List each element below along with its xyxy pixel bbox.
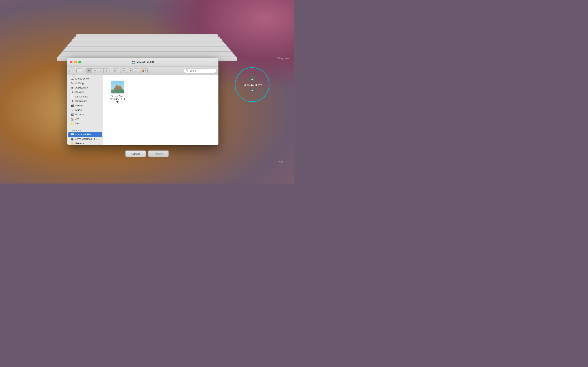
- timeline-now: Now: [279, 161, 289, 163]
- back-button[interactable]: ‹: [69, 68, 75, 73]
- documents-icon: 📄: [71, 95, 74, 98]
- sidebar-item-macintosh-hd[interactable]: Macintosh HD: [68, 132, 102, 137]
- music-icon: ♪: [71, 108, 74, 112]
- time-up-button[interactable]: ▲: [249, 76, 255, 82]
- laptop-icon: 💻: [71, 137, 74, 141]
- coverflow-view-button[interactable]: ⊠: [104, 68, 109, 73]
- sidebar-item-jeffs-macbook[interactable]: 💻 Jeff's MacBook Pr...: [68, 137, 102, 141]
- icon-view-icon: ⊞: [88, 69, 90, 72]
- svg-rect-7: [111, 91, 124, 93]
- list-view-icon: ☰: [94, 69, 96, 72]
- sidebar-label: Macintosh HD: [75, 133, 91, 136]
- sidebar-label: Movies: [75, 104, 83, 107]
- chevron-down-icon: ▼: [251, 89, 254, 92]
- sidebar-item-external[interactable]: 📀 External: [68, 141, 102, 145]
- view-buttons: ⊞ ☰ ⊟ ⊠: [86, 68, 109, 73]
- column-view-button[interactable]: ⊟: [98, 68, 104, 73]
- minimize-button[interactable]: [74, 61, 77, 63]
- svg-rect-3: [71, 133, 74, 134]
- coverflow-view-icon: ⊠: [105, 69, 107, 72]
- chevron-up-icon: ▲: [251, 77, 254, 81]
- home-icon: 🏠: [71, 117, 74, 121]
- airdrop-icon: [71, 82, 74, 85]
- search-input[interactable]: [190, 69, 215, 72]
- sidebar-item-music[interactable]: ♪ Music: [68, 108, 102, 112]
- time-circle: ▲ Today, 12:46 PM ▼: [235, 67, 269, 102]
- file-name: Screen Shot 2015-06-...7.11 PM: [109, 95, 126, 104]
- sidebar-item-airdrop[interactable]: AirDrop: [68, 81, 102, 85]
- dropbox-icon: 📦: [142, 69, 145, 72]
- toolbar: ‹ › ⊞ ☰ ⊟ ⊠ ⊞ ▾ ⚙ ▾: [67, 67, 218, 75]
- sidebar-label: AirDrop: [75, 82, 84, 85]
- share-button[interactable]: ⬆: [128, 68, 133, 73]
- sidebar-label: External: [75, 142, 84, 145]
- forward-button[interactable]: ›: [76, 68, 82, 73]
- time-down-button[interactable]: ▼: [249, 88, 255, 93]
- svg-rect-2: [71, 134, 74, 135]
- edit-tags-button[interactable]: ⛓: [134, 68, 139, 73]
- sidebar-label: Music: [75, 109, 82, 111]
- external-drive-icon: 📀: [71, 142, 74, 145]
- sidebar-label: Applications: [75, 86, 89, 89]
- sidebar: ☁ iCloud Drive AirDrop: [67, 75, 103, 145]
- sidebar-label: Desktop: [75, 91, 84, 94]
- icon-view-button[interactable]: ⊞: [86, 68, 92, 73]
- action-menu-button[interactable]: ⚙ ▾: [120, 68, 127, 73]
- sidebar-item-movies[interactable]: 🎬 Movies: [68, 103, 102, 108]
- file-item[interactable]: Screen Shot 2015-06-...7.11 PM: [107, 79, 128, 105]
- pictures-icon: 🖼: [71, 113, 74, 116]
- sidebar-item-pictures[interactable]: 🖼 Pictures: [68, 112, 102, 117]
- hard-drive-icon: [71, 133, 74, 136]
- dialog-buttons: Cancel Restore: [125, 150, 169, 157]
- applications-icon: [71, 86, 74, 89]
- hd-icon: 💾: [132, 60, 135, 64]
- sidebar-label: Downloads: [75, 100, 87, 103]
- cancel-button[interactable]: Cancel: [125, 150, 146, 157]
- link-icon: ⛓: [135, 69, 138, 72]
- timeline-today: Today: [277, 57, 289, 59]
- sidebar-label: Itios: [75, 122, 80, 125]
- sidebar-item-applications[interactable]: Applications: [68, 85, 102, 90]
- sidebar-item-icloud-drive[interactable]: ☁ iCloud Drive: [68, 76, 102, 81]
- sidebar-label: Jeff: [75, 118, 79, 120]
- view-options-button[interactable]: ⊞ ▾: [113, 68, 119, 73]
- timeline-tick: [285, 58, 289, 58]
- list-view-button[interactable]: ☰: [92, 68, 98, 73]
- sidebar-label: Pictures: [75, 113, 84, 116]
- restore-button[interactable]: Restore: [148, 150, 169, 157]
- sidebar-label: Documents: [75, 95, 88, 98]
- time-controls: ▲ Today, 12:46 PM ▼: [242, 76, 262, 93]
- sidebar-label: Jeff's MacBook Pr...: [75, 138, 97, 141]
- timeline-tick: [285, 162, 289, 162]
- desktop-icon: 🖥: [71, 91, 74, 94]
- dropbox-button[interactable]: 📦 ▾: [140, 68, 148, 73]
- icloud-icon: ☁: [71, 77, 74, 80]
- sidebar-item-documents[interactable]: 📄 Documents: [68, 94, 102, 99]
- chevron-left-icon: ‹: [72, 69, 73, 72]
- gear-icon: ⚙: [122, 69, 124, 72]
- time-label: Today, 12:46 PM: [242, 83, 262, 86]
- movies-icon: 🎬: [71, 104, 74, 107]
- dropdown-arrow-icon: ▾: [124, 70, 125, 72]
- close-button[interactable]: [70, 61, 72, 63]
- column-view-icon: ⊟: [100, 69, 102, 72]
- sidebar-item-jeff[interactable]: 🏠 Jeff: [68, 117, 102, 121]
- devices-section-header: Devices: [67, 128, 103, 132]
- file-area: Screen Shot 2015-06-...7.11 PM: [103, 75, 218, 145]
- dropdown-arrow-icon: ▾: [117, 70, 118, 72]
- content-area: ☁ iCloud Drive AirDrop: [67, 75, 218, 145]
- maximize-button[interactable]: [78, 61, 81, 63]
- sidebar-item-downloads[interactable]: ⬇ Downloads: [68, 99, 102, 103]
- title-bar: 💾 Macintosh HD: [67, 58, 218, 67]
- time-widget: ▲ Today, 12:46 PM ▼: [235, 67, 269, 102]
- chevron-right-icon: ›: [79, 69, 80, 72]
- sidebar-item-desktop[interactable]: 🖥 Desktop: [68, 90, 102, 94]
- dropdown-arrow-icon: ▾: [145, 70, 146, 72]
- grid-icon: ⊞: [114, 69, 116, 72]
- sidebar-item-itios[interactable]: 📁 Itios: [68, 121, 102, 126]
- window-title: 💾 Macintosh HD: [132, 60, 154, 64]
- folder-icon: 📁: [71, 122, 74, 125]
- search-box[interactable]: 🔍: [184, 68, 216, 73]
- svg-point-8: [111, 90, 116, 92]
- sidebar-label: iCloud Drive: [75, 77, 89, 80]
